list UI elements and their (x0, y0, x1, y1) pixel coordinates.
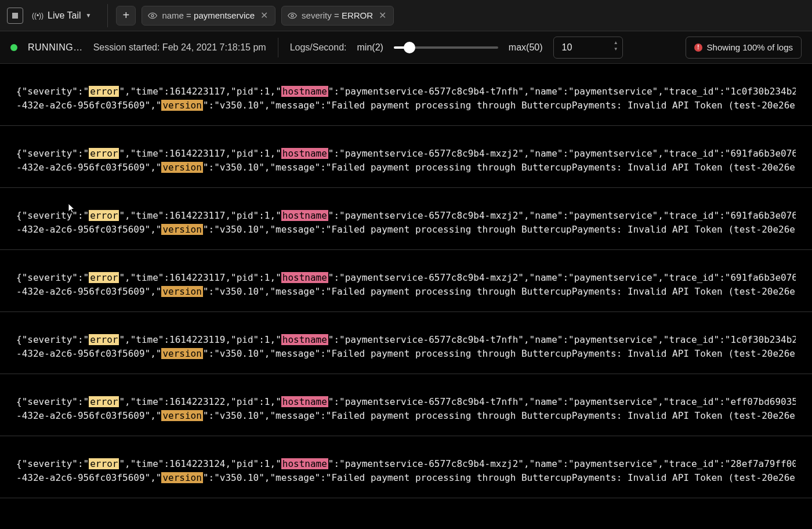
eye-icon (288, 11, 297, 20)
alert-icon: ! (694, 44, 702, 52)
remove-filter-button[interactable]: ✕ (259, 10, 269, 21)
log-entry[interactable]: {"severity":"error","time":1614223122,"p… (0, 392, 812, 436)
spinner-down[interactable]: ▼ (614, 46, 618, 52)
live-tail-dropdown[interactable]: ((•)) Live Tail ▼ (29, 10, 99, 21)
log-entry[interactable]: {"severity":"error","time":1614223124,"p… (0, 454, 812, 498)
log-entry[interactable]: {"severity":"error","time":1614223117,"p… (0, 205, 812, 250)
log-entry[interactable]: {"severity":"error","time":1614223117,"p… (0, 267, 812, 312)
filter-text: severity = ERROR (302, 10, 373, 20)
running-state: RUNNING… (28, 42, 83, 53)
live-tail-label: Live Tail (48, 10, 81, 21)
remove-filter-button[interactable]: ✕ (378, 10, 387, 21)
status-bar: RUNNING… Session started: Feb 24, 2021 7… (0, 31, 812, 64)
logs-per-second-label: Logs/Second: (290, 42, 347, 53)
spinner-up[interactable]: ▲ (614, 40, 618, 45)
eye-icon (148, 11, 157, 20)
divider (278, 38, 278, 57)
chevron-down-icon: ▼ (86, 12, 92, 19)
divider (107, 4, 108, 27)
stop-button[interactable] (7, 8, 23, 24)
log-entry[interactable]: {"severity":"error","time":1614223117,"p… (0, 143, 812, 188)
max-label: max(50) (509, 42, 543, 53)
stop-icon (12, 13, 18, 19)
filter-text: name = paymentservice (162, 10, 255, 20)
broadcast-icon: ((•)) (32, 10, 43, 21)
logs-per-second-input[interactable] (553, 37, 623, 59)
log-entry[interactable]: {"severity":"error","time":1614223117,"p… (0, 81, 812, 126)
svg-point-1 (291, 15, 293, 17)
logs-per-second-slider[interactable] (394, 39, 498, 56)
session-started-label: Session started: Feb 24, 2021 7:18:15 pm (93, 42, 266, 53)
status-indicator-icon (10, 44, 17, 51)
showing-badge: ! Showing 100% of logs (686, 37, 802, 59)
filter-chip[interactable]: name = paymentservice✕ (142, 6, 276, 26)
svg-point-0 (151, 15, 154, 17)
slider-thumb[interactable] (404, 42, 415, 53)
top-toolbar: ((•)) Live Tail ▼ + name = paymentservic… (0, 0, 812, 31)
add-filter-button[interactable]: + (116, 6, 136, 26)
filter-chip[interactable]: severity = ERROR✕ (281, 6, 394, 26)
log-pane[interactable]: {"severity":"error","time":1614223117,"p… (0, 64, 812, 529)
log-entry[interactable]: {"severity":"error","time":1614223119,"p… (0, 329, 812, 374)
min-label: min(2) (357, 42, 383, 53)
